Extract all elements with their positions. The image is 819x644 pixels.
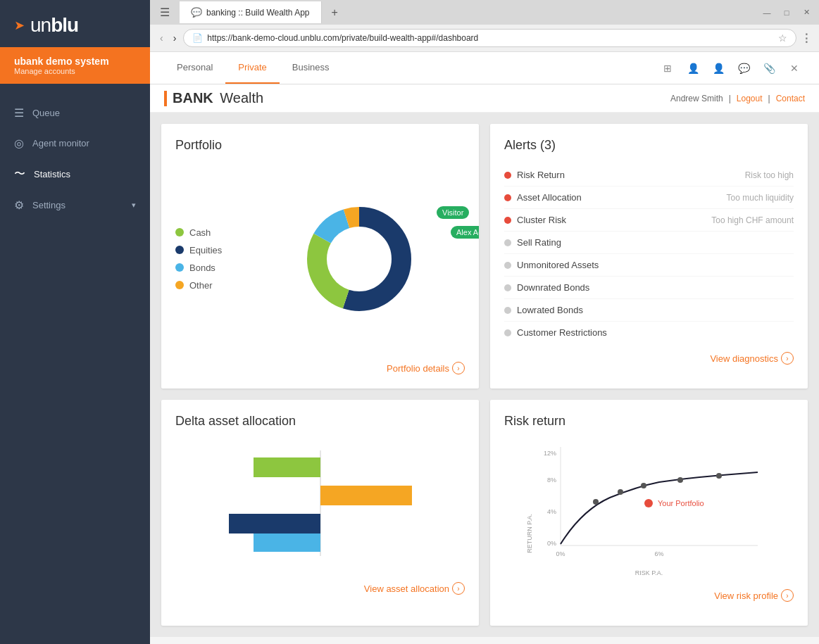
delta-card-title: Delta asset allocation [175, 414, 465, 429]
nav-icon-attach[interactable]: 📎 [758, 58, 780, 79]
x-axis-label: RISK P.A. [635, 569, 663, 576]
asset-allocation-arrow-icon: › [452, 582, 465, 595]
view-asset-allocation-link[interactable]: View asset allocation › [364, 582, 465, 595]
url-page-icon: 📄 [192, 33, 203, 43]
app-nav-icons: ⊞ 👤 👤 💬 📎 ✕ [657, 58, 805, 79]
tab-private[interactable]: Private [225, 52, 279, 84]
browser-url-bar[interactable]: 📄 https://bank-demo-cloud.unblu.com/priv… [183, 29, 796, 47]
browser-menu-button[interactable]: ☰ [150, 0, 180, 25]
sidebar-item-statistics[interactable]: 〜 Statistics [0, 158, 150, 190]
nav-icon-profile[interactable]: 👤 [682, 58, 704, 79]
y-label-4: 4% [547, 508, 556, 515]
legend-item-cash: Cash [175, 227, 239, 238]
alert-left-asset-allocation: Asset Allocation [504, 192, 582, 203]
app-nav: Personal Private Business ⊞ 👤 👤 💬 📎 ✕ [150, 52, 819, 84]
sidebar-item-queue[interactable]: ☰ Queue [0, 98, 150, 128]
manage-accounts-link[interactable]: Manage accounts [14, 67, 136, 75]
alert-row-risk-return: Risk Return Risk too high [504, 164, 794, 187]
alert-label-lowrated: Lowrated Bonds [517, 305, 583, 315]
alerts-card-footer: View diagnostics › [504, 352, 794, 365]
curve-point-4 [677, 477, 683, 483]
url-text: https://bank-demo-cloud.unblu.com/privat… [207, 33, 774, 43]
nav-close-icon[interactable]: ✕ [784, 58, 805, 79]
nav-icon-chat[interactable]: 💬 [733, 58, 754, 79]
close-button[interactable]: ✕ [796, 3, 816, 23]
browser-back-button[interactable]: ‹ [157, 31, 166, 45]
sidebar-logo: ➤ unblu [0, 0, 150, 44]
tab-business[interactable]: Business [280, 52, 342, 84]
nav-icon-grid[interactable]: ⊞ [657, 58, 678, 79]
browser-address-bar: ‹ › 📄 https://bank-demo-cloud.unblu.com/… [150, 25, 819, 51]
logout-link[interactable]: Logout [737, 94, 763, 103]
alert-dot-lowrated [504, 307, 511, 314]
app-header: BANK Wealth Andrew Smith | Logout | Cont… [150, 84, 819, 113]
browser-tab-active[interactable]: 💬 banking :: Build Wealth App [180, 1, 322, 23]
alert-dot-asset-allocation [504, 194, 511, 201]
browser-tab-label: banking :: Build Wealth App [206, 8, 310, 18]
delta-bar-equities-neg [229, 514, 320, 533]
your-portfolio-dot [644, 499, 653, 507]
alert-dot-customer [504, 329, 511, 336]
portfolio-details-link[interactable]: Portfolio details › [387, 362, 465, 374]
sidebar: ➤ unblu ubank demo system Manage account… [0, 0, 150, 644]
alert-left-downrated: Downrated Bonds [504, 282, 589, 293]
sidebar-item-statistics-label: Statistics [34, 169, 70, 179]
donut-chart [299, 199, 419, 319]
sidebar-item-settings[interactable]: ⚙ Settings ▾ [0, 190, 150, 220]
legend-item-bonds: Bonds [175, 263, 239, 273]
legend-dot-bonds [175, 263, 184, 272]
bookmark-icon[interactable]: ☆ [778, 32, 787, 44]
risk-profile-arrow-icon: › [781, 589, 794, 602]
risk-return-title: Risk return [504, 414, 794, 429]
alert-label-cluster-risk: Cluster Risk [517, 215, 566, 225]
minimize-button[interactable]: — [757, 3, 777, 23]
curve-point-2 [618, 489, 623, 495]
legend-dot-cash [175, 228, 184, 236]
sidebar-item-agent-monitor-label: Agent monitor [32, 138, 89, 149]
view-diagnostics-link[interactable]: View diagnostics › [710, 352, 794, 365]
logo-wealth: Wealth [220, 90, 263, 106]
alert-label-risk-return: Risk Return [517, 170, 565, 180]
alert-label-customer: Customer Restrictions [517, 327, 607, 338]
delta-card-footer: View asset allocation › [175, 582, 465, 595]
alert-left-cluster-risk: Cluster Risk [504, 215, 566, 225]
y-label-12: 12% [544, 450, 556, 457]
donut-chart-container: Visitor Alex Agent [253, 199, 465, 319]
legend-dot-equities [175, 246, 184, 254]
legend-label-cash: Cash [189, 227, 211, 238]
alert-label-asset-allocation: Asset Allocation [517, 192, 582, 203]
delta-bar-other-pos [320, 486, 412, 505]
sidebar-item-agent-monitor[interactable]: ◎ Agent monitor [0, 128, 150, 158]
alert-left-lowrated: Lowrated Bonds [504, 305, 583, 315]
browser-new-tab-button[interactable]: + [322, 1, 348, 25]
logo-bar [164, 91, 167, 106]
alert-value-cluster-risk: Too high CHF amount [711, 215, 794, 225]
diagnostics-arrow-icon: › [781, 352, 794, 365]
risk-chart-wrapper: RETURN P.A. 12% 8% 4% 0% 0% 6% [504, 440, 794, 581]
sidebar-account[interactable]: ubank demo system Manage accounts [0, 47, 150, 84]
portfolio-legend: Cash Equities Bonds Other [175, 227, 239, 291]
view-risk-profile-link[interactable]: View risk profile › [714, 589, 794, 602]
app-content: Personal Private Business ⊞ 👤 👤 💬 📎 ✕ BA… [150, 52, 819, 644]
alerts-list: Risk Return Risk too high Asset Allocati… [504, 164, 794, 343]
alert-value-risk-return: Risk too high [745, 170, 794, 180]
alert-left-unmonitored: Unmonitored Assets [504, 260, 599, 270]
browser-forward-button[interactable]: › [170, 31, 180, 45]
alert-row-customer-restrictions: Customer Restrictions [504, 322, 794, 343]
contact-link[interactable]: Contact [776, 94, 805, 103]
delta-bar-cash-neg [254, 457, 320, 477]
alert-dot-risk-return [504, 172, 511, 179]
delta-chart-svg [180, 450, 461, 556]
alert-left-risk-return: Risk Return [504, 170, 565, 180]
sidebar-nav: ☰ Queue ◎ Agent monitor 〜 Statistics ⚙ S… [0, 98, 150, 644]
alert-row-lowrated-bonds: Lowrated Bonds [504, 299, 794, 322]
alert-row-sell-rating: Sell Rating [504, 232, 794, 254]
browser-more-button[interactable]: ⋮ [801, 32, 812, 45]
y-label-0: 0% [547, 540, 556, 547]
curve-point-5 [716, 473, 722, 479]
app-user-info: Andrew Smith | Logout | Contact [670, 94, 805, 103]
maximize-button[interactable]: □ [777, 3, 796, 23]
cursor-icon: ➤ [14, 18, 25, 33]
nav-icon-person[interactable]: 👤 [708, 58, 729, 79]
tab-personal[interactable]: Personal [164, 52, 225, 84]
